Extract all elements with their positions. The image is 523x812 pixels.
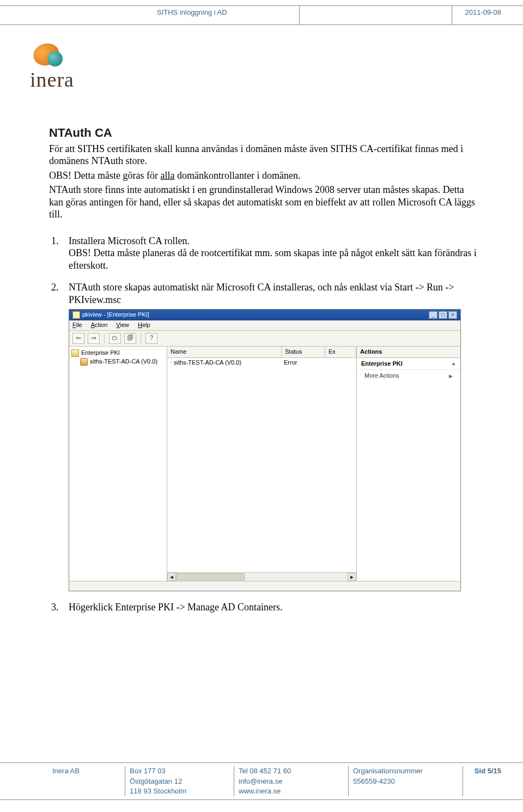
footer-contact: Tel 08 452 71 60 info@inera.se www.inera… [234, 766, 349, 796]
collapse-icon[interactable]: ▲ [451, 361, 456, 367]
menu-help[interactable]: Help [138, 322, 150, 329]
pkiview-screenshot: pkiview - [Enterprise PKI] _ □ × File Ac… [69, 309, 461, 591]
forward-button[interactable]: ⇒ [88, 333, 100, 344]
item1-line2: OBS! Detta måste planeras då de rootcert… [69, 247, 477, 271]
item2-text: NTAuth store skapas automatiskt när Micr… [69, 282, 454, 305]
menu-file[interactable]: File [72, 322, 82, 329]
paragraph-3: NTAuth store finns inte automatiskt i en… [49, 184, 479, 221]
tree-child[interactable]: siths-TEST-AD-CA (V0.0) [80, 357, 165, 366]
app-icon [72, 311, 80, 319]
actions-sub[interactable]: Enterprise PKI ▲ [357, 358, 460, 371]
footer-orgnum: Organisationsnummer 556559-4230 [349, 766, 463, 796]
company-logo: inera [30, 44, 74, 92]
minimize-button[interactable]: _ [429, 311, 437, 319]
scroll-left-arrow[interactable]: ◄ [167, 573, 176, 581]
footer-page: Sid 5/15 [463, 766, 523, 796]
menu-view[interactable]: View [116, 322, 129, 329]
numbered-list: 1. Installera Microsoft CA rollen. OBS! … [49, 235, 479, 614]
paragraph-1: För att SITHS certifikaten skall kunna a… [49, 143, 479, 167]
toolbar-btn-2[interactable]: 🗐 [124, 333, 136, 344]
tree-pane[interactable]: Enterprise PKI siths-TEST-AD-CA (V0.0) [69, 347, 167, 581]
status-bar [69, 581, 460, 591]
window-titlebar[interactable]: pkiview - [Enterprise PKI] _ □ × [69, 310, 460, 320]
page-footer: Inera AB Box 177 03 Östgötagatan 12 118 … [0, 762, 523, 800]
col-ex[interactable]: Ex [325, 347, 356, 357]
document-body: NTAuth CA För att SITHS certifikaten ska… [49, 125, 479, 623]
header-date: 2011-09-08 [452, 6, 523, 25]
toolbar-btn-1[interactable]: 🗀 [109, 333, 121, 344]
menu-action[interactable]: Action [91, 322, 108, 329]
cert-icon [171, 362, 172, 363]
list-pane: Name Status Ex siths-TEST-AD-CA (V0.0) E… [167, 347, 357, 581]
list-body[interactable]: siths-TEST-AD-CA (V0.0) Error ◄ ► [167, 358, 356, 581]
tree-root[interactable]: Enterprise PKI [71, 349, 165, 357]
actions-pane: Actions Enterprise PKI ▲ More Actions ▶ [357, 347, 460, 581]
list-row[interactable]: siths-TEST-AD-CA (V0.0) Error [167, 358, 356, 368]
menu-bar: File Action View Help [69, 320, 460, 331]
col-status[interactable]: Status [282, 347, 325, 357]
window-title: pkiview - [Enterprise PKI] [82, 311, 149, 319]
help-button[interactable]: ? [145, 333, 157, 344]
list-item-2: 2. NTAuth store skapas automatiskt när M… [69, 281, 479, 591]
actions-header: Actions [357, 347, 460, 358]
logo-text: inera [30, 68, 74, 92]
footer-address: Box 177 03 Östgötagatan 12 118 93 Stockh… [125, 766, 234, 796]
horizontal-scrollbar[interactable]: ◄ ► [167, 572, 356, 581]
cert-icon [80, 358, 88, 366]
col-name[interactable]: Name [167, 347, 282, 357]
scroll-right-arrow[interactable]: ► [348, 573, 356, 581]
list-header: Name Status Ex [167, 347, 356, 358]
back-button[interactable]: ⇐ [72, 333, 84, 344]
section-heading: NTAuth CA [49, 125, 479, 141]
list-item-1: 1. Installera Microsoft CA rollen. OBS! … [69, 235, 479, 272]
logo-icon [30, 44, 64, 69]
close-button[interactable]: × [448, 311, 457, 319]
footer-company: Inera AB [0, 766, 125, 796]
chevron-right-icon: ▶ [449, 373, 453, 379]
window-body: Enterprise PKI siths-TEST-AD-CA (V0.0) N… [69, 347, 460, 581]
underlined-alla: alla [160, 170, 174, 181]
page-header: SITHS inloggning i AD 2011-09-08 [0, 5, 523, 25]
item3-text: Högerklick Enterprise PKI -> Manage AD C… [69, 602, 283, 613]
list-item-3: 3. Högerklick Enterprise PKI -> Manage A… [69, 601, 479, 614]
maximize-button[interactable]: □ [439, 311, 447, 319]
toolbar: ⇐ ⇒ 🗀 🗐 ? [69, 331, 460, 347]
item1-line1: Installera Microsoft CA rollen. [69, 235, 190, 246]
scroll-thumb[interactable] [176, 573, 245, 580]
paragraph-2: OBS! Detta måste göras för alla domänkon… [49, 169, 479, 182]
actions-more[interactable]: More Actions ▶ [357, 370, 460, 382]
folder-icon [71, 349, 79, 357]
header-doc-title: SITHS inloggning i AD [153, 6, 300, 25]
